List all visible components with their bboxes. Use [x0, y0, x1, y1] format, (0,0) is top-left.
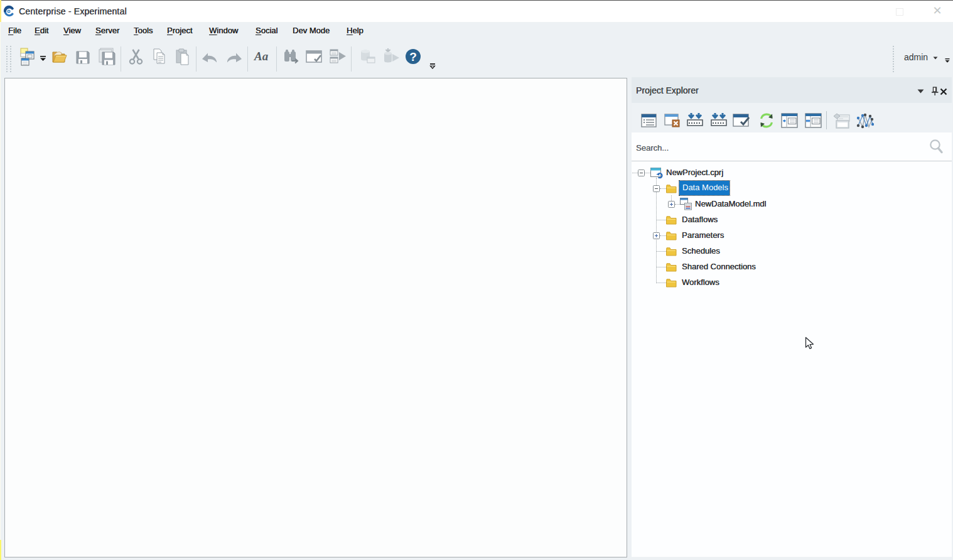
svg-text:?: ? [409, 50, 417, 63]
